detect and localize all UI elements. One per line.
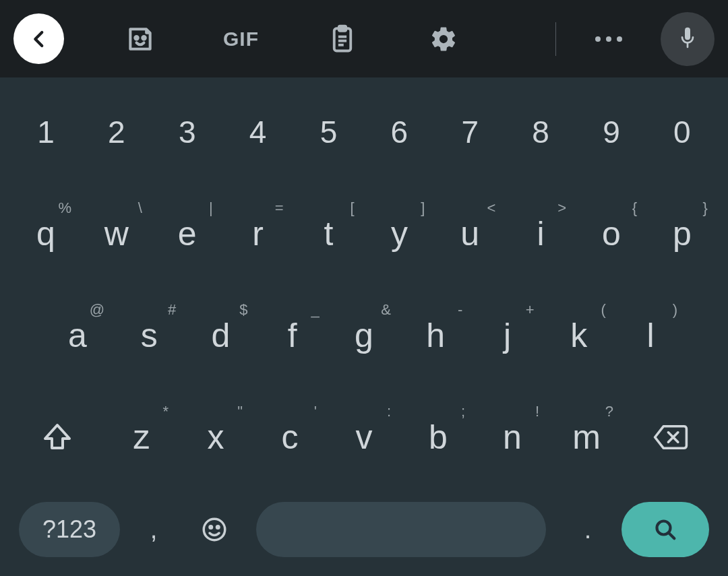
key-n[interactable]: !n [479, 400, 546, 474]
key-p[interactable]: }p [650, 197, 715, 271]
key-9[interactable]: 9 [579, 95, 644, 169]
svg-point-8 [606, 36, 611, 42]
clipboard-icon[interactable] [317, 13, 367, 64]
symbol-numeric-key[interactable]: ?123 [19, 502, 120, 557]
key-2[interactable]: 2 [84, 95, 149, 169]
key-g[interactable]: &g [330, 298, 398, 373]
key-i[interactable]: >i [508, 197, 573, 271]
key-m[interactable]: ?m [553, 400, 620, 474]
svg-point-14 [204, 519, 225, 540]
key-e[interactable]: |e [155, 197, 220, 271]
number-row: 1 2 3 4 5 6 7 8 9 0 [13, 95, 715, 169]
period-key[interactable]: . [561, 515, 615, 544]
key-b[interactable]: ;b [404, 400, 472, 474]
shift-key[interactable] [13, 404, 101, 471]
svg-point-16 [217, 526, 220, 529]
key-l[interactable]: )l [617, 298, 684, 373]
key-q[interactable]: %q [13, 197, 78, 271]
key-y[interactable]: ]y [367, 197, 431, 271]
spacebar[interactable] [256, 502, 546, 557]
key-j[interactable]: +j [474, 298, 541, 373]
mic-button[interactable] [661, 12, 715, 66]
key-a[interactable]: @a [44, 298, 111, 373]
svg-point-7 [595, 36, 601, 42]
bottom-row: ?123 , . [13, 502, 715, 557]
key-4[interactable]: 4 [226, 95, 291, 169]
svg-rect-10 [685, 27, 690, 40]
key-z[interactable]: *z [108, 400, 175, 474]
toolbar-separator [555, 22, 556, 56]
svg-point-9 [617, 36, 622, 42]
back-button[interactable] [13, 13, 64, 64]
comma-key[interactable]: , [127, 515, 181, 544]
svg-rect-3 [338, 26, 346, 30]
key-u[interactable]: <u [437, 197, 502, 271]
key-w[interactable]: \w [84, 197, 149, 271]
svg-point-1 [142, 36, 145, 38]
key-3[interactable]: 3 [155, 95, 220, 169]
letter-row-3: *z "x 'c :v ;b !n ?m [13, 400, 715, 474]
search-key[interactable] [621, 502, 709, 557]
key-s[interactable]: #s [115, 298, 183, 373]
keyboard-toolbar: GIF [0, 0, 728, 77]
key-7[interactable]: 7 [437, 95, 502, 169]
key-x[interactable]: "x [182, 400, 249, 474]
key-f[interactable]: _f [259, 298, 326, 373]
key-6[interactable]: 6 [367, 95, 431, 169]
svg-point-0 [135, 36, 138, 38]
keyboard-area: 1 2 3 4 5 6 7 8 9 0 %q \w |e =r [t ]y <u… [0, 77, 728, 576]
svg-point-15 [210, 526, 212, 529]
key-k[interactable]: (k [545, 298, 613, 373]
key-0[interactable]: 0 [650, 95, 715, 169]
key-t[interactable]: [t [297, 197, 361, 271]
sticker-icon[interactable] [115, 13, 165, 64]
more-icon[interactable] [583, 13, 634, 64]
key-c[interactable]: 'c [256, 400, 324, 474]
key-h[interactable]: -h [402, 298, 469, 373]
key-1[interactable]: 1 [13, 95, 78, 169]
letter-row-1: %q \w |e =r [t ]y <u >i {o }p [13, 197, 715, 271]
key-o[interactable]: {o [579, 197, 644, 271]
backspace-key[interactable] [627, 404, 715, 471]
key-d[interactable]: $d [187, 298, 255, 373]
key-8[interactable]: 8 [508, 95, 573, 169]
settings-icon[interactable] [418, 13, 468, 64]
letter-row-2: @a #s $d _f &g -h +j (k )l [13, 298, 715, 373]
key-v[interactable]: :v [330, 400, 398, 474]
emoji-key[interactable] [187, 515, 241, 544]
gif-button[interactable]: GIF [216, 13, 266, 64]
key-r[interactable]: =r [226, 197, 291, 271]
key-5[interactable]: 5 [297, 95, 361, 169]
svg-line-18 [669, 533, 674, 538]
